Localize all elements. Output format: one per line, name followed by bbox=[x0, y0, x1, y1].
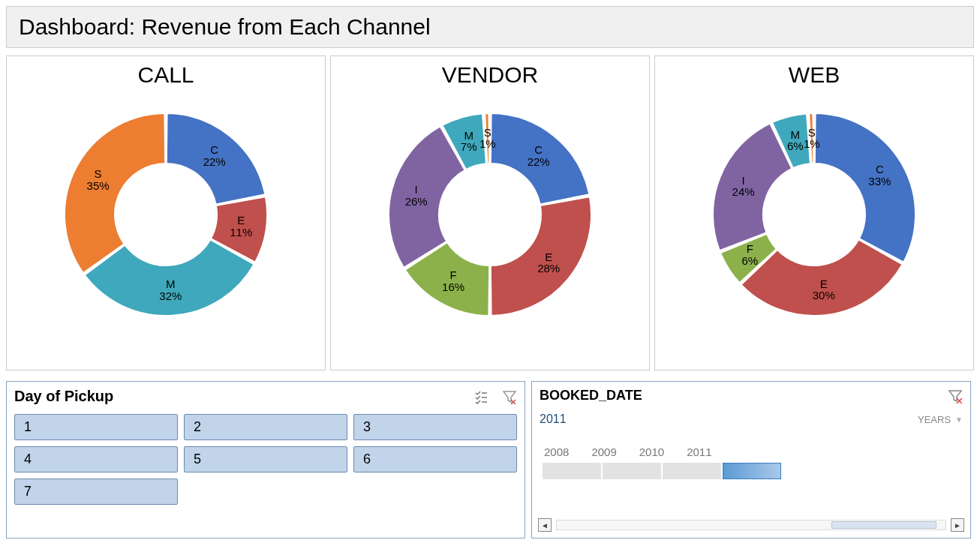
slice-label-F: F16% bbox=[442, 269, 464, 293]
slice-label-I: I26% bbox=[405, 184, 428, 208]
slice-label-S: S1% bbox=[479, 127, 496, 151]
slice-label-I: I24% bbox=[732, 175, 755, 199]
timeline-booked-date: BOOKED_DATE 2011 YEARS ▼ 200820092010201… bbox=[531, 381, 971, 538]
charts-row: CALL C22%E11%M32%S35% VENDOR C22%E28%F16… bbox=[6, 56, 974, 370]
scroll-track[interactable] bbox=[556, 520, 946, 530]
chart-panel-web[interactable]: WEB C33%E30%F6%I24%M6%S1% bbox=[654, 56, 974, 370]
slicer-item-4[interactable]: 4 bbox=[14, 446, 178, 472]
donut-chart-call: C22%E11%M32%S35% bbox=[42, 91, 290, 338]
donut-chart-web: C33%E30%F6%I24%M6%S1% bbox=[690, 91, 938, 338]
slicer-title: Day of Pickup bbox=[14, 388, 113, 405]
slice-label-E: E28% bbox=[537, 251, 560, 275]
chart-title: VENDOR bbox=[442, 62, 538, 88]
year-label-2011: 2011 bbox=[687, 446, 711, 458]
year-block-2010[interactable] bbox=[663, 463, 721, 479]
slice-label-E: E30% bbox=[813, 278, 835, 302]
slicer-item-6[interactable]: 6 bbox=[353, 446, 517, 472]
timeline-header: BOOKED_DATE bbox=[540, 388, 963, 404]
controls-row: Day of Pickup 12345 bbox=[6, 381, 974, 538]
timeline-year-track[interactable] bbox=[540, 463, 963, 479]
year-label-2009: 2009 bbox=[591, 446, 616, 458]
timeline-subheader: 2011 YEARS ▼ bbox=[540, 412, 963, 426]
timeline-selected-label: 2011 bbox=[540, 412, 567, 426]
slice-label-C: C22% bbox=[528, 144, 550, 168]
slicer-grid: 1234567 bbox=[14, 414, 517, 505]
donut-slice-S[interactable] bbox=[65, 113, 165, 273]
year-block-2011[interactable] bbox=[723, 463, 781, 479]
timeline-level-label: YEARS bbox=[918, 414, 951, 425]
scroll-thumb[interactable] bbox=[831, 521, 936, 529]
chart-panel-call[interactable]: CALL C22%E11%M32%S35% bbox=[6, 56, 326, 370]
slice-label-S: S35% bbox=[87, 168, 110, 192]
slicer-item-3[interactable]: 3 bbox=[353, 414, 517, 440]
slice-label-M: M6% bbox=[787, 129, 804, 153]
chevron-down-icon: ▼ bbox=[955, 416, 963, 424]
slice-label-E: E11% bbox=[230, 214, 252, 238]
chart-panel-vendor[interactable]: VENDOR C22%E28%F16%I26%M7%S1% bbox=[330, 56, 650, 370]
slicer-item-5[interactable]: 5 bbox=[184, 446, 347, 472]
scroll-right-button[interactable]: ► bbox=[951, 518, 964, 532]
donut-chart-vendor: C22%E28%F16%I26%M7%S1% bbox=[366, 91, 614, 338]
year-label-2010: 2010 bbox=[639, 446, 664, 458]
clear-filter-icon[interactable] bbox=[502, 389, 517, 404]
timeline-year-labels: 2008200920102011 bbox=[540, 446, 963, 458]
slice-label-F: F6% bbox=[741, 244, 758, 268]
slicer-day-of-pickup: Day of Pickup 12345 bbox=[6, 381, 525, 538]
slice-label-S: S1% bbox=[804, 127, 820, 151]
timeline-level-selector[interactable]: YEARS ▼ bbox=[918, 414, 963, 425]
dashboard-title: Dashboard: Revenue from Each Channel bbox=[6, 6, 974, 48]
year-block-2008[interactable] bbox=[543, 463, 601, 479]
multi-select-icon[interactable] bbox=[473, 389, 488, 404]
slice-label-C: C22% bbox=[203, 144, 226, 168]
scroll-left-button[interactable]: ◄ bbox=[538, 518, 552, 532]
chart-title: CALL bbox=[137, 62, 194, 88]
slicer-item-1[interactable]: 1 bbox=[14, 414, 178, 440]
clear-filter-icon[interactable] bbox=[948, 388, 963, 404]
slicer-item-2[interactable]: 2 bbox=[184, 414, 347, 440]
slice-label-M: M32% bbox=[159, 279, 182, 303]
slice-label-M: M7% bbox=[461, 130, 477, 154]
slice-label-C: C33% bbox=[868, 164, 891, 188]
donut-slice-C[interactable] bbox=[815, 113, 915, 262]
year-block-2009[interactable] bbox=[603, 463, 661, 479]
year-label-2008: 2008 bbox=[544, 446, 569, 458]
timeline-scrollbar: ◄ ► bbox=[538, 518, 964, 532]
chart-title: WEB bbox=[789, 62, 840, 88]
timeline-title: BOOKED_DATE bbox=[540, 388, 642, 404]
slicer-header: Day of Pickup bbox=[14, 388, 517, 405]
slicer-item-7[interactable]: 7 bbox=[14, 478, 178, 505]
